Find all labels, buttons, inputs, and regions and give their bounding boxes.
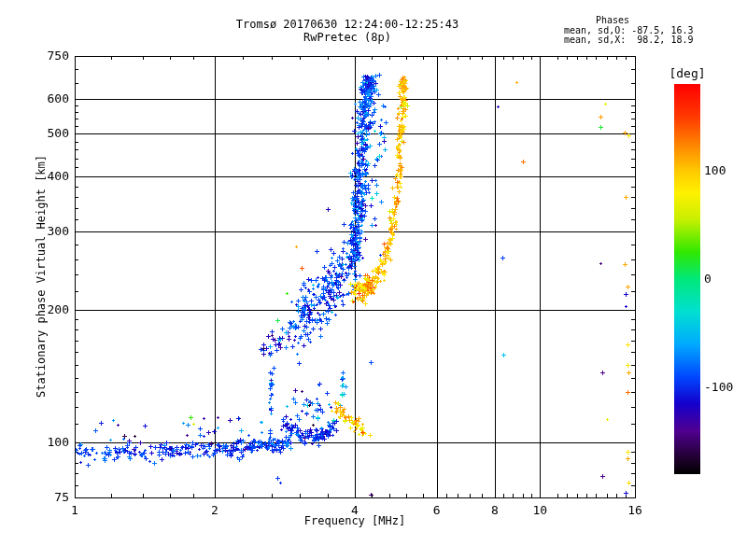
- y-tick-label: 75: [32, 491, 69, 503]
- x-tick-label: 4: [336, 504, 374, 516]
- y-tick-label: 100: [32, 436, 69, 448]
- x-tick-label: 1: [56, 504, 93, 516]
- x-tick-label: 2: [196, 504, 233, 516]
- ionogram-viewer: Tromsø 20170630 12:24:00-12:25:43 RwPret…: [0, 0, 747, 560]
- colorbar-unit-label: [deg]: [663, 66, 712, 80]
- y-axis-label: Stationary phase Virtual Height [km]: [35, 155, 48, 398]
- x-tick-label: 10: [521, 504, 558, 516]
- y-tick-label: 600: [32, 92, 69, 105]
- plot-title: Tromsø 20170630 12:24:00-12:25:43: [67, 18, 627, 31]
- y-tick-label: 400: [32, 170, 69, 182]
- phase-stats-x-mode: mean, sd,X: 98.2, 18.9: [564, 35, 693, 45]
- x-tick-label: 16: [616, 504, 654, 516]
- plot-subtitle: RwPretec (8p): [67, 31, 627, 44]
- y-tick-label: 500: [32, 127, 69, 139]
- y-tick-label: 300: [32, 225, 69, 237]
- colorbar-tick-label: 0: [704, 273, 712, 285]
- colorbar-tick-label: 100: [704, 164, 726, 176]
- ionogram-plot-canvas: [0, 0, 747, 560]
- y-tick-label: 750: [32, 49, 69, 62]
- x-tick-label: 6: [418, 504, 456, 516]
- phase-stats-header: Phases: [564, 16, 629, 25]
- y-tick-label: 200: [32, 303, 69, 315]
- x-tick-label: 8: [476, 504, 514, 516]
- phase-colorbar: [674, 84, 700, 474]
- colorbar-tick-label: -100: [704, 381, 733, 393]
